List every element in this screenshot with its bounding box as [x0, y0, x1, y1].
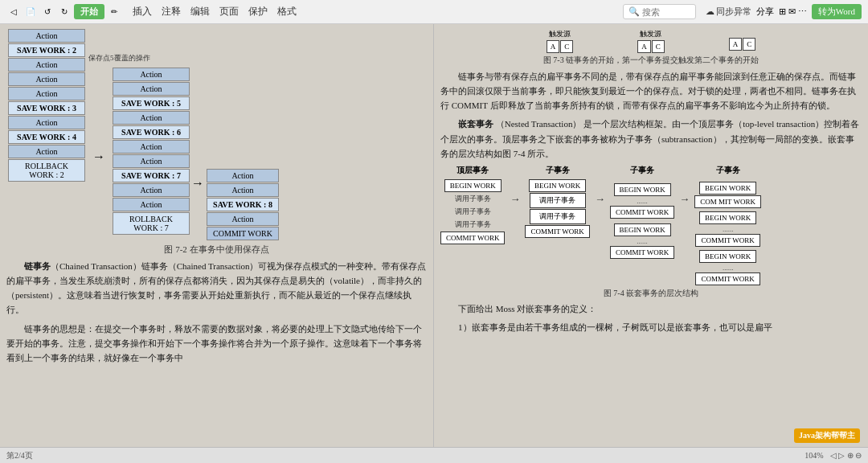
fig74-caption: 图 7-4 嵌套事务的层次结构 [440, 288, 862, 299]
savepoint-diagram: Action SAVE WORK : 2 Action Action Actio… [6, 29, 427, 240]
nested-trans-diagram: 顶层事务 BEGIN WORK 调用子事务 调用子事务 调用子事务 COMMIT… [440, 165, 862, 285]
doc-icon[interactable]: 📄 [23, 5, 38, 19]
right-text-p3: 下面给出 Moss 对嵌套事务的定义： [440, 301, 862, 316]
nt-arrow-3: → [679, 193, 690, 206]
box-save-4: SAVE WORK : 4 [8, 130, 85, 144]
box-action-5: Action [8, 116, 85, 129]
redo-icon[interactable]: ↻ [57, 5, 72, 19]
toolbar: ◁ 📄 ↺ ↻ 开始 ✏ 插入 注释 编辑 页面 保护 格式 🔍 ☁ 同步异常 … [0, 0, 868, 24]
trigger-diagram: 触发源 A C 触发源 A C x A C [440, 29, 862, 53]
diagram-col1: Action SAVE WORK : 2 Action Action Actio… [6, 29, 87, 240]
nt-header-3: 子事务 [630, 165, 654, 176]
box-action-6: Action [8, 145, 85, 158]
search-input[interactable] [642, 7, 690, 17]
convert-word-btn[interactable]: 转为Word [812, 4, 862, 19]
main-content: Action SAVE WORK : 2 Action Action Actio… [0, 24, 868, 463]
diagram-col2: Action Action SAVE WORK : 5 Action SAVE … [111, 68, 191, 240]
trig-a2: A [637, 40, 651, 53]
start-btn[interactable]: 开始 [74, 4, 104, 19]
nt-col-sub1: 子事务 BEGIN WORK 调用子事务 调用子事务 COMMIT WORK [525, 165, 589, 238]
nt-sub3-group3: BEGIN WORK ...... COMMIT WORK [695, 250, 760, 285]
trigger-group-2: 触发源 A C [637, 29, 665, 53]
nt-arrow-2: → [595, 193, 605, 206]
nt-commit-sub3c: COMMIT WORK [695, 272, 760, 285]
box3-action-1: Action [207, 169, 279, 182]
trigger-boxes-3: A C [729, 38, 756, 51]
diagram-col3: Action Action SAVE WORK : 8 Action COMMI… [204, 169, 281, 240]
box-save-3: SAVE WORK : 3 [8, 101, 85, 115]
toolbar-menu: 插入 注释 编辑 页面 保护 格式 [129, 3, 300, 20]
trig-c1: C [560, 40, 573, 53]
menu-insert[interactable]: 插入 [129, 3, 155, 20]
nt-call-sub2-1: 调用子事务 [530, 193, 586, 208]
left-text-p2: 链事务的思想是：在提交一个事务时，释放不需要的数据对象，将必要的处理上下文隐式地… [6, 322, 427, 365]
trigger-spacer2 [681, 29, 713, 53]
left-panel: Action SAVE WORK : 2 Action Action Actio… [0, 24, 434, 463]
menu-edit[interactable]: 编辑 [187, 3, 213, 20]
nt-call-sub-1: 调用子事务 [455, 193, 491, 205]
right-panel: 触发源 A C 触发源 A C x A C [434, 24, 868, 463]
status-bar: 第2/4页 104% ◁ ▷ ⊕ ⊖ [0, 447, 868, 463]
pencil-icon[interactable]: ✏ [107, 5, 121, 19]
toolbar-right: ☁ 同步异常 分享 ⊞ ✉ ⋯ 转为Word [706, 4, 862, 19]
undo-icon[interactable]: ↺ [40, 5, 55, 19]
nt-begin-sub2b: BEGIN WORK [614, 223, 671, 236]
status-icons: ◁ ▷ ⊕ ⊖ [830, 451, 862, 460]
trigger-group-3: x A C [729, 29, 756, 53]
bold-title: 嵌套事务 [458, 119, 493, 129]
share-btn[interactable]: 分享 [756, 6, 774, 18]
nt-sub2-group1: BEGIN WORK ...... COMMIT WORK [610, 183, 674, 219]
trig-a3: A [729, 38, 743, 51]
search-box[interactable]: 🔍 [623, 4, 696, 19]
right-bottom-text: 下面给出 Moss 对嵌套事务的定义： 1）嵌套事务是由若干事务组成的一棵树，子… [440, 301, 862, 334]
arrow-col2-col3: → [191, 29, 204, 240]
nt-arrow-1: → [510, 193, 520, 206]
nt-begin-sub2a: BEGIN WORK [614, 183, 671, 196]
nt-dotted-2b: ...... [637, 237, 648, 245]
nt-col-sub3: 子事务 BEGIN WORK COM MIT WORK BEGIN WORK .… [694, 165, 761, 285]
box2-action-2: Action [113, 82, 190, 96]
nt-col-sub2: 子事务 BEGIN WORK ...... COMMIT WORK BEGIN … [610, 165, 674, 259]
nt-commit-sub3b: COMMIT WORK [695, 234, 760, 247]
box3-commit: COMMIT WORK [207, 227, 279, 240]
right-text-p2: 嵌套事务 （Nested Transaction） 是一个层次结构框架。由一个顶… [440, 117, 862, 160]
nt-call-sub-3: 调用子事务 [455, 219, 491, 231]
menu-page[interactable]: 页面 [216, 3, 242, 20]
fig73-caption: 图 7-3 链事务的开始，第一个事务提交触发第二个事务的开始 [440, 55, 862, 66]
menu-format[interactable]: 格式 [274, 3, 300, 20]
box-action-2: Action [8, 58, 85, 72]
sync-btn[interactable]: ☁ 同步异常 [706, 6, 752, 18]
toolbar-left-icons: ◁ 📄 ↺ ↻ 开始 ✏ [6, 4, 121, 19]
nt-header-4: 子事务 [716, 165, 740, 176]
trigger-boxes-1: A C [547, 40, 574, 53]
nt-commit-sub2a: COMMIT WORK [610, 206, 674, 219]
box3-action-2: Action [207, 183, 279, 197]
bold-title-en: （Nested Transaction） [496, 119, 582, 129]
box2-save-7: SAVE WORK : 7 [113, 169, 190, 182]
nt-dotted-2a: ...... [637, 197, 648, 205]
left-text-content: 链事务（Chained Transaction）链事务（Chained Tran… [6, 259, 427, 365]
icons-row: ⊞ ✉ ⋯ [779, 6, 807, 17]
menu-protect[interactable]: 保护 [245, 3, 271, 20]
box-action-3: Action [8, 72, 85, 86]
trig-c2: C [652, 40, 665, 53]
box-rollback-2: ROLLBACK WORK : 2 [8, 159, 85, 182]
box2-action-4: Action [113, 140, 190, 154]
nt-col-top: 顶层事务 BEGIN WORK 调用子事务 调用子事务 调用子事务 COMMIT… [440, 165, 505, 244]
menu-annotate[interactable]: 注释 [158, 3, 184, 20]
fig72-caption: 图 7-2 在事务中使用保存点 [6, 244, 427, 256]
box2-save-6: SAVE WORK : 6 [113, 125, 190, 139]
nt-commit-sub3a: COM MIT WORK [694, 195, 761, 208]
nt-dotted-3c: ...... [723, 264, 734, 272]
trigger-group-1: 触发源 A C [547, 29, 574, 53]
nav-back-icon[interactable]: ◁ [6, 5, 21, 19]
nt-commit-work-1: COMMIT WORK [440, 232, 505, 244]
box2-action-3: Action [113, 111, 190, 125]
nt-begin-sub3a: BEGIN WORK [699, 182, 756, 195]
nt-sub3-group1: BEGIN WORK COM MIT WORK [694, 182, 761, 208]
box2-rollback-7: ROLLBACK WORK : 7 [113, 212, 190, 235]
search-icon: 🔍 [628, 6, 640, 17]
nt-call-sub-2: 调用子事务 [455, 206, 491, 218]
trigger-placeholder: x [740, 29, 744, 37]
box2-action-6: Action [113, 183, 190, 197]
